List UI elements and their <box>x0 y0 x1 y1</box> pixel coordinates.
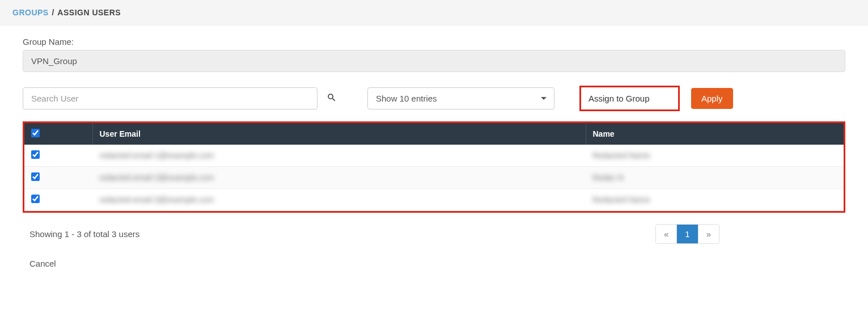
users-table: User Email Name redacted-email-1@example… <box>24 123 844 211</box>
pagination: « 1 » <box>655 224 719 244</box>
cancel-link[interactable]: Cancel <box>29 259 56 268</box>
group-name-label: Group Name: <box>23 37 845 47</box>
column-header-name: Name <box>586 123 844 145</box>
user-name-cell: Redac N <box>592 173 623 182</box>
table-row: redacted-email-3@example.com Redacted Na… <box>24 189 844 211</box>
row-checkbox[interactable] <box>31 195 40 203</box>
apply-button[interactable]: Apply <box>691 88 733 109</box>
users-table-highlight: User Email Name redacted-email-1@example… <box>23 121 845 213</box>
table-row: redacted-email-2@example.com Redac N <box>24 167 844 189</box>
row-checkbox[interactable] <box>31 172 40 181</box>
assign-to-group-highlight: Assign to Group <box>579 86 680 111</box>
user-email-cell: redacted-email-3@example.com <box>99 195 214 204</box>
showing-count-text: Showing 1 - 3 of total 3 users <box>29 229 139 239</box>
pagination-next[interactable]: » <box>698 225 719 243</box>
user-name-cell: Redacted Name <box>592 151 650 160</box>
user-email-cell: redacted-email-1@example.com <box>99 151 214 160</box>
pagination-prev[interactable]: « <box>656 225 677 243</box>
row-checkbox[interactable] <box>31 150 40 159</box>
assign-to-group-select[interactable]: Assign to Group <box>583 89 676 108</box>
column-header-email: User Email <box>92 123 586 145</box>
group-name-field <box>23 50 845 72</box>
breadcrumb: GROUPS / ASSIGN USERS <box>0 0 868 26</box>
search-button[interactable] <box>324 90 339 107</box>
breadcrumb-separator: / <box>52 8 54 17</box>
table-row: redacted-email-1@example.com Redacted Na… <box>24 145 844 167</box>
breadcrumb-current: ASSIGN USERS <box>57 8 121 17</box>
user-name-cell: Redacted Name <box>592 195 650 204</box>
breadcrumb-groups-link[interactable]: GROUPS <box>12 8 49 17</box>
search-user-input[interactable] <box>23 87 317 109</box>
user-email-cell: redacted-email-2@example.com <box>99 173 214 182</box>
search-icon <box>327 92 337 103</box>
select-all-checkbox[interactable] <box>31 129 40 137</box>
entries-per-page-select[interactable]: Show 10 entries <box>367 87 554 109</box>
pagination-page-1[interactable]: 1 <box>677 225 698 243</box>
